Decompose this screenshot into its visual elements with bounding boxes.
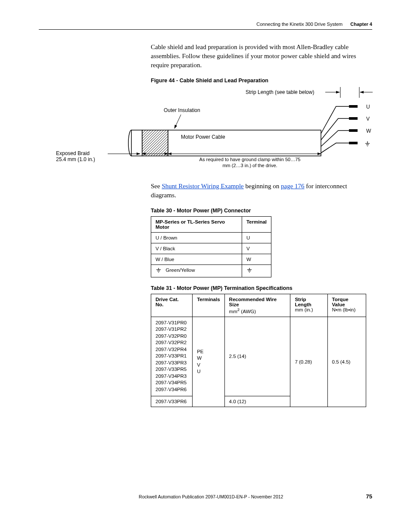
table-row: U / Brown U [151, 233, 271, 243]
svg-line-18 [174, 115, 181, 128]
t30-r4c1-text: Green/Yellow [166, 268, 195, 273]
table-row: 2097-V31PR0 2097-V31PR2 2097-V32PR0 2097… [151, 317, 366, 396]
svg-rect-4 [142, 130, 168, 156]
table30-caption: Table 30 - Motor Power (MP) Connector [151, 208, 372, 214]
page-header: Connecting the Kinetix 300 Drive System … [39, 22, 372, 30]
figure-44: Strip Length (see table below) U V W Out… [39, 87, 372, 171]
svg-rect-9 [349, 142, 358, 144]
t31-r1-torque: 0.5 (4.5) [327, 317, 366, 407]
t30-h2: Terminal [242, 217, 271, 233]
ground-icon [365, 141, 370, 146]
t31-h4b: mm (in.) [295, 307, 313, 312]
t31-r1-cats: 2097-V31PR0 2097-V31PR2 2097-V32PR0 2097… [151, 317, 193, 396]
t31-h5b: N•m (lb•in) [332, 307, 356, 312]
see-link-paragraph: See Shunt Resistor Wiring Example beginn… [151, 182, 372, 200]
t30-h1: MP-Series or TL-Series Servo Motor [151, 217, 242, 233]
table-31: Drive Cat. No. Terminals Recommended Wir… [151, 294, 366, 407]
t30-r2c2: V [242, 243, 271, 254]
page-176-link[interactable]: page 176 [281, 183, 305, 190]
t31-r1-terminals: PE W V U [193, 317, 224, 407]
strip-length-label: Strip Length (see table below) [246, 89, 314, 95]
ground-icon [156, 268, 162, 274]
t31-h3a: Recommended Wire Size [229, 297, 277, 307]
outer-insulation-label: Outer Insulation [164, 107, 200, 113]
table-row: Green/Yellow [151, 265, 271, 277]
see-mid: beginning on [244, 183, 281, 190]
wire-v: V [366, 116, 370, 122]
t31-h5: Torque Value N•m (lb•in) [327, 294, 366, 317]
t30-r4c1: Green/Yellow [151, 265, 242, 277]
table-row: W / Blue W [151, 254, 271, 265]
see-pre: See [151, 183, 162, 190]
t30-r3c2: W [242, 254, 271, 265]
t30-r1c2: U [242, 233, 271, 243]
figure-caption: Figure 44 - Cable Shield and Lead Prepar… [151, 78, 372, 84]
t31-r1-wire: 2.5 (14) [224, 317, 290, 396]
svg-rect-6 [349, 105, 358, 108]
t31-h3b: mm [229, 309, 237, 314]
t31-h2: Terminals [193, 294, 224, 317]
t30-r2c1: V / Black [151, 243, 242, 254]
t31-h3c: (AWG) [240, 309, 256, 314]
t31-r1-strip: 7 (0.28) [290, 317, 327, 407]
t31-h3: Recommended Wire Size mm2 (AWG) [224, 294, 290, 317]
svg-rect-7 [349, 117, 358, 120]
exposed-braid-2: 25.4 mm (1.0 in.) [56, 156, 95, 162]
footer-publication: Rockwell Automation Publication 2097-UM0… [56, 494, 366, 499]
as-required-label-2: mm (2…3 in.) of the drive. [222, 163, 277, 168]
wire-w: W [366, 128, 371, 134]
table-row: V / Black V [151, 243, 271, 254]
as-required-label-1: As required to have ground clamp within … [199, 157, 301, 162]
svg-rect-8 [349, 129, 358, 132]
t31-r2-cats: 2097-V33PR6 [151, 396, 193, 407]
t30-r4c2 [242, 265, 271, 277]
t31-h5a: Torque Value [332, 297, 349, 307]
table31-caption: Table 31 - Motor Power (MP) Termination … [151, 285, 372, 291]
t31-r2-wire: 4.0 (12) [224, 396, 290, 407]
footer-page-number: 75 [366, 493, 372, 500]
t31-h1: Drive Cat. No. [151, 294, 193, 317]
page-footer: Rockwell Automation Publication 2097-UM0… [39, 493, 372, 500]
motor-power-cable-label: Motor Power Cable [181, 134, 225, 140]
intro-paragraph: Cable shield and lead preparation is pro… [151, 43, 372, 70]
wire-u: U [366, 104, 370, 110]
ground-icon [246, 268, 252, 274]
exposed-braid-1: Exposed Braid [56, 150, 90, 156]
header-section-title: Connecting the Kinetix 300 Drive System [256, 22, 342, 27]
svg-rect-3 [131, 130, 142, 156]
t31-h4: Strip Length mm (in.) [290, 294, 327, 317]
header-chapter: Chapter 4 [350, 22, 372, 27]
t30-r1c1: U / Brown [151, 233, 242, 243]
table-30: MP-Series or TL-Series Servo Motor Termi… [151, 216, 271, 277]
shunt-resistor-link[interactable]: Shunt Resistor Wiring Example [162, 183, 243, 190]
t30-r3c1: W / Blue [151, 254, 242, 265]
t31-h4a: Strip Length [295, 297, 311, 307]
